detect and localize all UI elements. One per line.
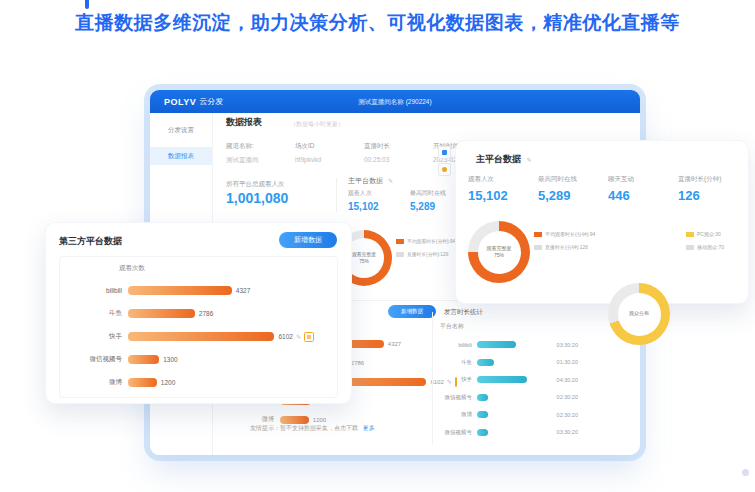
info-label: 场次ID (295, 142, 364, 151)
bar-row: bilibili 4327 (64, 279, 333, 302)
donut-center-value: 75% (359, 258, 369, 265)
info-label: 频道名称: (226, 142, 295, 151)
bar-value: 03:30:20 (557, 429, 578, 435)
bar-row: 微信视频号 03:30:20 (436, 424, 578, 442)
bar (128, 286, 232, 295)
donut-center: 观众分布 (618, 293, 661, 336)
edit-icon[interactable]: ✎ (296, 333, 301, 340)
card-title: 第三方平台数据 (59, 235, 122, 248)
bar-value: 1200 (313, 417, 326, 423)
stat: 观看人次 15,102 (468, 175, 538, 203)
footer-note-text: 友情提示：暂不支持数据采集，点击下载 (250, 425, 358, 431)
audience-legend: PC观众:30 移动观众:70 (686, 231, 724, 257)
legend-item: 平均观看时长(分钟):94 (534, 231, 595, 237)
bar (477, 411, 488, 418)
bar-label: 微博 (228, 415, 274, 424)
bar (128, 378, 157, 387)
bar-label: bilibili (436, 342, 472, 348)
orange-dot-icon (442, 167, 447, 172)
bar-label: 斗鱼 (64, 309, 122, 318)
bar-row: 微信视频号 1300 (64, 348, 333, 371)
chart-widget-icon[interactable] (438, 146, 451, 159)
views-bar-chart: bilibili 4327 斗鱼 2786 快手 6102 ✎ (64, 279, 333, 394)
sidebar-item[interactable]: 分发设置 (150, 121, 212, 139)
legend-swatch (396, 252, 404, 257)
stat-label: 最高同时在线 (538, 175, 608, 184)
bar-row: 快手 04:30:20 (436, 371, 578, 389)
session-info-field: 直播时长 00:25:03 (364, 142, 433, 165)
donut-center-label: 观看完整度 (487, 245, 512, 253)
bar-value: 01:30:20 (557, 359, 578, 365)
bar (128, 355, 159, 364)
bar-label: 微信视频号 (436, 429, 472, 436)
bar-label: 微信视频号 (436, 394, 472, 401)
stat-value: 15,102 (348, 201, 410, 212)
legend-swatch (396, 239, 404, 244)
donut-center-label: 观看完整度 (352, 251, 376, 258)
legend-item: 直播时长(分钟):126 (534, 244, 595, 250)
bar-label: bilibili (64, 287, 122, 294)
main-platform-card: 主平台数据 ✎ 观看人次 15,102 最高同时在线 5,289 聊天互动 44… (455, 140, 749, 304)
bar-value: 1300 (163, 356, 177, 363)
report-widget-icon[interactable] (438, 163, 451, 176)
stat-label: 观看人次 (348, 189, 410, 198)
bar-value: 4327 (388, 341, 401, 347)
total-views-value: 1,001,080 (226, 190, 288, 206)
bar-row: 斗鱼 2786 (64, 302, 333, 325)
bar-label: 快手 (64, 332, 122, 341)
session-info-field: 场次ID hf9pkvkd (295, 142, 364, 165)
main-platform-heading-text: 主平台数据 (348, 177, 383, 184)
window-header: 测试直播间名称 (290224) POLYV 云分发 (150, 90, 640, 113)
main-platform-heading: 主平台数据 ✎ (348, 176, 393, 186)
main-platform-stats: 观看人次 15,102 最高同时在线 5,289 (348, 189, 472, 212)
window-title: 测试直播间名称 (290224) (150, 90, 640, 113)
sidebar-item[interactable]: 数据报表 (150, 147, 212, 165)
donut-center-value: 75% (494, 252, 504, 260)
bar-value: 02:30:20 (557, 394, 578, 400)
legend-label: 移动观众:70 (697, 244, 724, 250)
duration-chart-heading: 平台名称 (440, 322, 464, 331)
donut-center: 观看完整度 75% (478, 231, 521, 274)
stat: 最高同时在线 5,289 (538, 175, 608, 203)
bar (128, 309, 195, 318)
add-data-button[interactable]: 新增数据 (388, 305, 436, 318)
bar-value: 1200 (161, 379, 175, 386)
legend-swatch (686, 232, 694, 237)
sidebar-item-label: 数据报表 (168, 152, 194, 159)
legend-swatch (534, 232, 542, 237)
add-data-button[interactable]: 新增数据 (279, 232, 337, 248)
mini-widgets (438, 146, 451, 176)
stat: 观看人次 15,102 (348, 189, 410, 212)
edit-icon[interactable]: ✎ (527, 157, 532, 163)
divider (336, 178, 337, 212)
legend-item: 移动观众:70 (686, 244, 724, 250)
main-platform-stats: 观看人次 15,102 最高同时在线 5,289 聊天互动 446 直播时长(分… (468, 175, 748, 203)
third-party-data-card: 第三方平台数据 新增数据 观看次数 bilibili 4327 斗鱼 2786 … (45, 222, 352, 404)
bar-value: 2786 (351, 360, 364, 366)
divider (432, 312, 433, 444)
bar-row: 微博 02:30:20 (436, 406, 578, 424)
legend-label: 直播时长(分钟):126 (545, 244, 588, 250)
info-value: 测试直播间 (226, 156, 295, 165)
bar (477, 376, 527, 383)
bar-value: 6102 (278, 333, 292, 340)
bar-label: 微博 (436, 411, 472, 418)
tab-speech-duration[interactable]: 发言时长统计 (444, 308, 483, 317)
footer-link[interactable]: 更多 (363, 425, 375, 431)
card-title: 主平台数据 ✎ (476, 153, 532, 166)
session-info-field: 频道名称: 测试直播间 (226, 142, 295, 165)
blue-square-icon (442, 150, 447, 155)
page-headline: 直播数据多维沉淀，助力决策分析、可视化数据图表，精准优化直播等 (0, 10, 755, 36)
views-chart-panel: 观看次数 bilibili 4327 斗鱼 2786 快手 6102 (59, 256, 338, 398)
edit-icon[interactable]: ✎ (388, 178, 393, 184)
bar (128, 332, 274, 341)
completion-legend: 平均观看时长(分钟):94 直播时长(分钟):126 (534, 231, 595, 257)
chart-heading: 观看次数 (119, 264, 145, 273)
bar-value: 2786 (199, 310, 213, 317)
page: 直播数据多维沉淀，助力决策分析、可视化数据图表，精准优化直播等 测试直播间名称 … (0, 0, 755, 492)
stat-label: 观看人次 (468, 175, 538, 184)
completion-donut: 观看完整度 75% (468, 221, 530, 283)
legend-item: PC观众:30 (686, 231, 724, 237)
bar-row: 微信视频号 02:30:20 (436, 389, 578, 407)
save-icon[interactable] (304, 332, 314, 342)
